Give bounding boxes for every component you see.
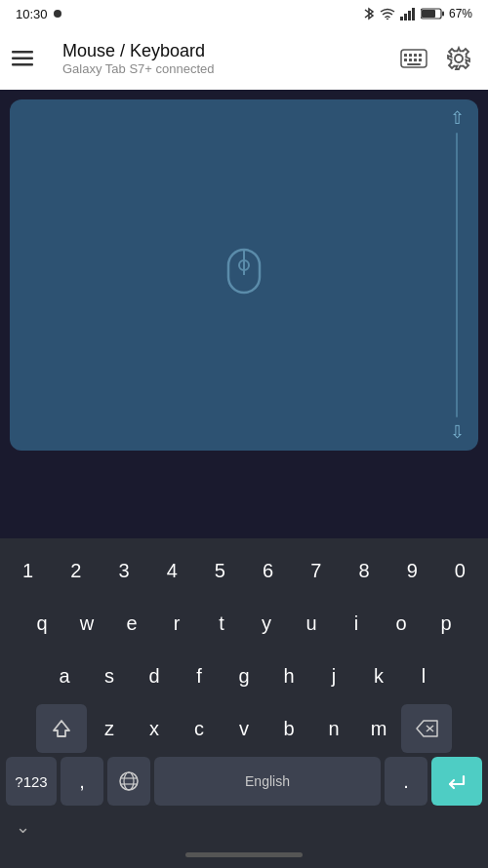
key-x[interactable]: x (133, 704, 176, 753)
asdf-row: a s d f g h j k l (4, 651, 484, 700)
bluetooth-icon (363, 6, 375, 21)
svg-rect-20 (419, 59, 422, 61)
scroll-bar[interactable]: ⇧ ⇩ (445, 99, 468, 451)
key-z[interactable]: z (88, 704, 131, 753)
key-3[interactable]: 3 (101, 546, 146, 595)
svg-rect-21 (407, 63, 421, 65)
svg-rect-5 (412, 8, 415, 20)
svg-point-22 (455, 55, 463, 62)
dot-icon (54, 10, 61, 18)
key-o[interactable]: o (380, 599, 423, 648)
key-4[interactable]: 4 (149, 546, 195, 595)
svg-rect-18 (409, 59, 412, 61)
svg-rect-9 (12, 51, 33, 54)
home-bar (4, 845, 484, 864)
svg-rect-10 (12, 58, 33, 60)
scroll-track (456, 133, 458, 417)
key-y[interactable]: y (245, 599, 288, 648)
gear-icon (446, 46, 471, 71)
key-w[interactable]: w (65, 599, 108, 648)
battery-percent: 67% (449, 7, 472, 20)
key-u[interactable]: u (290, 599, 333, 648)
signal-icon (400, 7, 416, 20)
shift-icon (52, 719, 71, 738)
backspace-icon (415, 720, 438, 737)
keyboard-container: 1 2 3 4 5 6 7 8 9 0 q w e r t y u i o p … (0, 538, 488, 868)
key-q[interactable]: q (20, 599, 63, 648)
app-title: Mouse / Keyboard (62, 41, 381, 61)
key-e[interactable]: e (110, 599, 153, 648)
svg-marker-26 (54, 721, 69, 736)
period-key[interactable]: . (385, 757, 427, 806)
app-subtitle: Galaxy Tab S7+ connected (62, 61, 381, 76)
svg-rect-17 (404, 59, 407, 61)
comma-key[interactable]: , (61, 757, 103, 806)
svg-rect-11 (12, 63, 33, 66)
key-5[interactable]: 5 (197, 546, 243, 595)
app-bar: Mouse / Keyboard Galaxy Tab S7+ connecte… (0, 27, 488, 90)
key-1[interactable]: 1 (5, 546, 51, 595)
status-time: 10:30 (16, 7, 48, 21)
key-p[interactable]: p (425, 599, 468, 648)
scroll-up-arrow[interactable]: ⇧ (450, 107, 465, 129)
home-indicator (185, 852, 303, 857)
key-f[interactable]: f (178, 651, 221, 700)
keyboard-toggle-button[interactable] (396, 41, 431, 76)
svg-rect-15 (414, 54, 417, 57)
key-6[interactable]: 6 (245, 546, 291, 595)
app-bar-title-block: Mouse / Keyboard Galaxy Tab S7+ connecte… (62, 41, 381, 76)
key-k[interactable]: k (357, 651, 400, 700)
wifi-icon (380, 8, 395, 20)
key-8[interactable]: 8 (341, 546, 386, 595)
trackpad-area[interactable]: ⇧ ⇩ (10, 99, 478, 451)
key-b[interactable]: b (267, 704, 310, 753)
svg-rect-2 (400, 17, 403, 20)
number-row: 1 2 3 4 5 6 7 8 9 0 (4, 546, 484, 595)
globe-icon (118, 770, 140, 792)
key-2[interactable]: 2 (53, 546, 99, 595)
globe-key[interactable] (107, 757, 150, 806)
svg-rect-13 (404, 54, 407, 57)
key-m[interactable]: m (357, 704, 400, 753)
menu-button[interactable] (12, 51, 47, 66)
keyboard-collapse-button[interactable]: ⌄ (16, 816, 30, 838)
enter-icon (446, 772, 468, 790)
bottom-row: ?123 , English . (4, 757, 484, 806)
key-l[interactable]: l (402, 651, 445, 700)
svg-point-0 (54, 10, 61, 18)
svg-point-1 (386, 19, 388, 20)
svg-rect-16 (419, 54, 422, 57)
svg-rect-19 (414, 59, 417, 61)
backspace-key[interactable] (401, 704, 452, 753)
svg-rect-8 (442, 12, 444, 17)
key-t[interactable]: t (200, 599, 243, 648)
key-g[interactable]: g (223, 651, 265, 700)
key-a[interactable]: a (43, 651, 86, 700)
key-j[interactable]: j (312, 651, 355, 700)
enter-key[interactable] (431, 757, 482, 806)
key-r[interactable]: r (155, 599, 198, 648)
settings-button[interactable] (441, 41, 476, 76)
key-h[interactable]: h (267, 651, 310, 700)
svg-rect-4 (408, 11, 411, 20)
key-c[interactable]: c (178, 704, 221, 753)
key-9[interactable]: 9 (389, 546, 435, 595)
svg-point-30 (124, 772, 134, 790)
keyboard-bottom-bar: ⌄ (4, 809, 484, 845)
svg-rect-3 (404, 14, 407, 20)
space-key[interactable]: English (154, 757, 381, 806)
shift-key[interactable] (36, 704, 87, 753)
key-s[interactable]: s (88, 651, 131, 700)
scroll-down-arrow[interactable]: ⇩ (450, 421, 465, 443)
num-key[interactable]: ?123 (6, 757, 57, 806)
status-left: 10:30 (16, 7, 61, 21)
key-7[interactable]: 7 (293, 546, 339, 595)
svg-rect-7 (422, 10, 435, 18)
key-d[interactable]: d (133, 651, 176, 700)
key-v[interactable]: v (223, 704, 265, 753)
key-n[interactable]: n (312, 704, 355, 753)
qwerty-row: q w e r t y u i o p (4, 599, 484, 648)
app-bar-actions (396, 41, 476, 76)
key-0[interactable]: 0 (437, 546, 483, 595)
key-i[interactable]: i (335, 599, 378, 648)
